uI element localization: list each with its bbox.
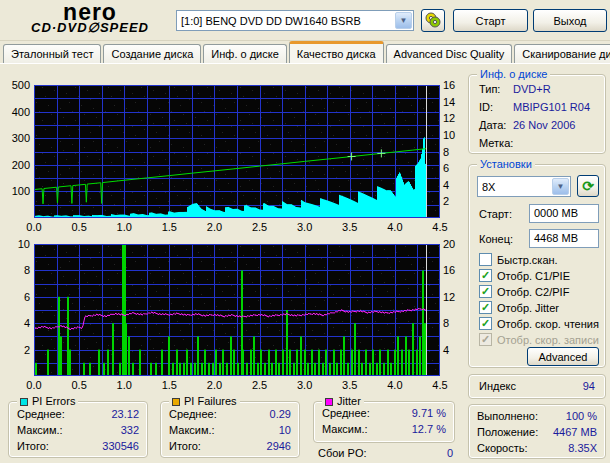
settings-title: Установки <box>477 158 535 170</box>
checkbox-show-jitter[interactable]: ✓Отобр. Jitter <box>479 301 559 314</box>
axis-tick-label: 12 <box>443 291 463 303</box>
pie-avg-row: Среднее:23.12 <box>17 408 139 420</box>
checkbox-icon: ✓ <box>479 333 492 346</box>
start-button[interactable]: Старт <box>453 9 528 32</box>
toolbar: nero CD·DVD∅SPEED [1:0] BENQ DVD DD DW16… <box>0 0 610 41</box>
disc-icon <box>425 12 441 28</box>
tab-create-disc[interactable]: Создание диска <box>103 44 201 64</box>
axis-tick-label: 0.0 <box>22 379 46 391</box>
axis-tick-label: 8 <box>443 317 463 329</box>
axis-tick-label: 100 <box>4 185 30 197</box>
chevron-down-icon[interactable]: ▼ <box>552 178 569 195</box>
checkbox-show-c1-pie[interactable]: ✓Отобр. C1/PIE <box>479 269 570 282</box>
axis-tick-label: 4 <box>443 344 463 356</box>
axis-tick-label: 500 <box>4 79 30 91</box>
progress-box: Выполнено:100 % Положение:4467 MB Скорос… <box>468 404 606 459</box>
disc-label-row: Метка: <box>479 137 597 149</box>
axis-tick-label: 4.5 <box>428 379 452 391</box>
axis-tick-label: 4.0 <box>383 221 407 233</box>
refresh-button[interactable]: ⟳ <box>577 175 599 197</box>
axis-tick-label: 10 <box>443 129 463 141</box>
checkbox-icon: ✓ <box>479 317 492 330</box>
axis-tick-label: 8 <box>443 146 463 158</box>
end-position-field[interactable]: 4468 MB <box>529 229 599 248</box>
pie-total-row: Итого:330546 <box>17 440 139 452</box>
jitter-box-title: Jitter <box>322 395 364 407</box>
axis-tick-label: 300 <box>4 132 30 144</box>
speed-select-value: 8X <box>478 181 552 193</box>
checkbox-fast-scan[interactable]: ✓Быстр.скан. <box>479 253 558 266</box>
axis-tick-label: 3.5 <box>338 379 362 391</box>
drive-select[interactable]: [1:0] BENQ DVD DD DW1640 BSRB ▼ <box>176 10 414 31</box>
tab-scan-disc[interactable]: Сканирование диска <box>514 44 610 64</box>
eject-disc-button[interactable] <box>421 9 445 32</box>
pie-max-row: Максим.:332 <box>17 424 139 436</box>
disc-type-row: Тип:DVD+R <box>479 83 597 95</box>
exit-button[interactable]: Выход <box>533 9 607 32</box>
position-row: Положение:4467 MB <box>477 426 597 438</box>
axis-tick-label: 0.5 <box>67 221 91 233</box>
po-failures-row: Сбои PO: 0 <box>318 447 453 459</box>
axis-tick-label: 14 <box>443 96 463 108</box>
axis-tick-label: 20 <box>443 238 463 250</box>
start-position-field[interactable]: 0000 MB <box>529 204 599 223</box>
pi-errors-box-title: PI Errors <box>17 395 78 407</box>
checkbox-show-read-speed[interactable]: ✓Отобр. скор. чтения <box>479 317 599 330</box>
axis-tick-label: 1.0 <box>112 379 136 391</box>
axis-tick-label: 2.0 <box>202 379 226 391</box>
axis-tick-label: 12 <box>443 112 463 124</box>
speed-select[interactable]: 8X ▼ <box>477 176 571 197</box>
pi-failures-chart <box>34 244 440 376</box>
start-position-label: Старт: <box>479 208 512 220</box>
app-logo: nero CD·DVD∅SPEED <box>10 2 170 35</box>
pif-max-row: Максим.:10 <box>169 424 291 436</box>
axis-tick-label: 200 <box>4 159 30 171</box>
content-divider <box>0 63 610 64</box>
axis-tick-label: 1.5 <box>157 379 181 391</box>
jitter-box: Jitter Среднее:9.71 % Максим.:12.7 % <box>313 401 455 443</box>
tab-disc-quality[interactable]: Качество диска <box>289 41 384 64</box>
logo-nero: nero <box>10 2 170 22</box>
end-position-label: Конец: <box>479 233 513 245</box>
axis-tick-label: 4.5 <box>428 221 452 233</box>
settings-group: Установки 8X ▼ ⟳ Старт: 0000 MB Конец: 4… <box>468 164 606 368</box>
checkbox-show-write-speed: ✓Отобр. скор. записи <box>479 333 599 346</box>
checkbox-show-c2-pif[interactable]: ✓Отобр. C2/PIF <box>479 285 569 298</box>
axis-tick-label: 3.0 <box>293 221 317 233</box>
axis-tick-label: 400 <box>4 106 30 118</box>
done-row: Выполнено:100 % <box>477 410 597 422</box>
axis-tick-label: 0.5 <box>67 379 91 391</box>
axis-tick-label: 4.0 <box>383 379 407 391</box>
disc-id-row: ID:MBIPG101 R04 <box>479 101 597 113</box>
axis-tick-label: 3.0 <box>293 379 317 391</box>
axis-tick-label: 6 <box>4 291 30 303</box>
advanced-button[interactable]: Advanced <box>527 347 599 366</box>
axis-tick-label: 2.5 <box>248 379 272 391</box>
axis-tick-label: 4 <box>4 317 30 329</box>
jitter-avg-row: Среднее:9.71 % <box>322 407 446 419</box>
axis-tick-label: 2.5 <box>248 221 272 233</box>
index-box: Индекс 94 <box>468 374 606 399</box>
axis-tick-label: 16 <box>443 264 463 276</box>
axis-tick-label: 10 <box>4 238 30 250</box>
speed-row: Скорость:8.35X <box>477 442 597 454</box>
pif-avg-row: Среднее:0.29 <box>169 408 291 420</box>
axis-tick-label: 16 <box>443 79 463 91</box>
tab-disc-info[interactable]: Инф. о диске <box>203 44 286 64</box>
checkbox-icon: ✓ <box>479 285 492 298</box>
tab-advanced-disc-quality[interactable]: Advanced Disc Quality <box>386 44 513 64</box>
checkbox-icon: ✓ <box>479 301 492 314</box>
axis-tick-label: 0.0 <box>22 221 46 233</box>
tab-benchmark[interactable]: Эталонный тест <box>3 44 101 64</box>
disc-date-row: Дата:26 Nov 2006 <box>479 119 597 131</box>
axis-tick-label: 1.0 <box>112 221 136 233</box>
axis-tick-label: 6 <box>443 162 463 174</box>
axis-tick-label: 8 <box>4 264 30 276</box>
axis-tick-label: 2.0 <box>202 221 226 233</box>
pi-failures-box: PI Failures Среднее:0.29 Максим.:10 Итог… <box>160 401 300 458</box>
chevron-down-icon[interactable]: ▼ <box>395 12 412 29</box>
pi-errors-box: PI Errors Среднее:23.12 Максим.:332 Итог… <box>8 401 148 458</box>
logo-cdspeed: CD·DVD∅SPEED <box>10 20 170 35</box>
axis-tick-label: 2 <box>4 344 30 356</box>
pi-errors-legend-icon <box>20 398 28 406</box>
